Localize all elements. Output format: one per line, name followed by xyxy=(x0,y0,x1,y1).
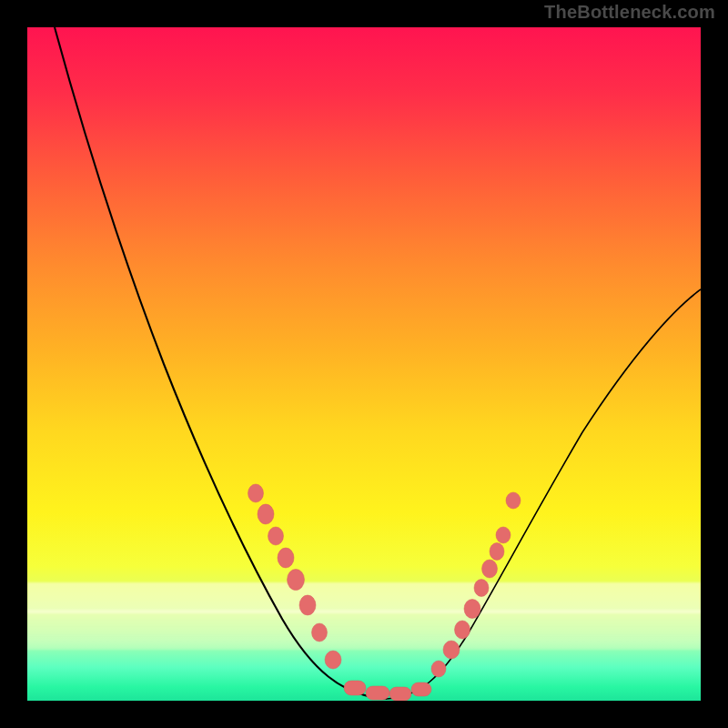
marker-dot xyxy=(389,687,411,701)
marker-dot xyxy=(464,600,480,619)
marker-dot xyxy=(278,548,294,568)
marker-group-bottom xyxy=(344,681,431,701)
marker-dot xyxy=(312,623,328,642)
bottleneck-curve-left xyxy=(55,27,387,699)
marker-dot xyxy=(366,686,389,700)
marker-dot xyxy=(411,682,431,696)
marker-dot xyxy=(506,492,521,509)
marker-dot xyxy=(490,543,504,561)
marker-dot xyxy=(474,580,489,597)
marker-dot xyxy=(299,595,316,615)
plot-area xyxy=(27,27,701,701)
chart-frame: TheBottleneck.com xyxy=(0,0,728,728)
marker-dot xyxy=(258,504,274,524)
marker-dot xyxy=(431,661,446,677)
marker-group-left xyxy=(248,484,342,669)
marker-dot xyxy=(443,641,460,659)
marker-group-right xyxy=(431,492,521,677)
marker-dot xyxy=(344,681,366,695)
marker-dot xyxy=(496,527,511,543)
marker-dot xyxy=(288,570,305,591)
marker-dot xyxy=(482,560,498,578)
marker-dot xyxy=(455,621,470,639)
marker-dot xyxy=(248,484,264,502)
bottleneck-curve-right xyxy=(387,289,701,699)
marker-dot xyxy=(325,651,341,669)
marker-dot xyxy=(268,527,284,545)
bottleneck-curve-svg xyxy=(27,27,701,701)
watermark-text: TheBottleneck.com xyxy=(544,2,715,23)
